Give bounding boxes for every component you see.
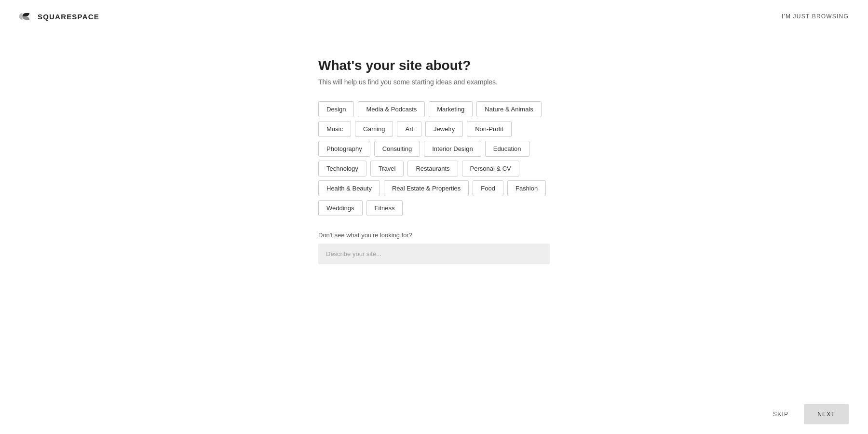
tag-fitness[interactable]: Fitness: [366, 200, 403, 216]
content-wrapper: What's your site about? This will help u…: [318, 58, 550, 264]
tag-education[interactable]: Education: [485, 141, 529, 157]
main-content: What's your site about? This will help u…: [0, 0, 868, 264]
tag-personal-cv[interactable]: Personal & CV: [462, 161, 519, 176]
logo-text: SQUARESPACE: [38, 13, 99, 21]
tag-real-estate[interactable]: Real Estate & Properties: [384, 180, 469, 196]
tag-marketing[interactable]: Marketing: [429, 101, 473, 117]
skip-button[interactable]: SKIP: [765, 405, 796, 423]
tag-technology[interactable]: Technology: [318, 161, 366, 176]
describe-label: Don't see what you're looking for?: [318, 231, 550, 239]
tag-consulting[interactable]: Consulting: [374, 141, 420, 157]
tag-fashion[interactable]: Fashion: [507, 180, 546, 196]
page-title: What's your site about?: [318, 58, 550, 73]
tag-non-profit[interactable]: Non-Profit: [467, 121, 512, 137]
logo[interactable]: SQUARESPACE: [19, 10, 99, 23]
tag-music[interactable]: Music: [318, 121, 351, 137]
header: SQUARESPACE I'M JUST BROWSING: [0, 0, 868, 33]
tag-gaming[interactable]: Gaming: [355, 121, 393, 137]
tag-photography[interactable]: Photography: [318, 141, 370, 157]
tag-interior-design[interactable]: Interior Design: [424, 141, 481, 157]
tag-art[interactable]: Art: [397, 121, 421, 137]
tag-design[interactable]: Design: [318, 101, 354, 117]
footer: SKIP NEXT: [0, 394, 868, 434]
tag-health-beauty[interactable]: Health & Beauty: [318, 180, 380, 196]
tag-restaurants[interactable]: Restaurants: [407, 161, 458, 176]
tag-weddings[interactable]: Weddings: [318, 200, 363, 216]
squarespace-logo-icon: [19, 10, 33, 23]
tags-container: DesignMedia & PodcastsMarketingNature & …: [318, 101, 550, 216]
describe-input[interactable]: [318, 244, 550, 264]
page-subtitle: This will help us find you some starting…: [318, 78, 550, 86]
tag-media-podcasts[interactable]: Media & Podcasts: [358, 101, 425, 117]
tag-food[interactable]: Food: [473, 180, 503, 196]
tag-jewelry[interactable]: Jewelry: [425, 121, 463, 137]
tag-travel[interactable]: Travel: [370, 161, 404, 176]
next-button[interactable]: NEXT: [804, 404, 849, 424]
browsing-link[interactable]: I'M JUST BROWSING: [782, 13, 849, 20]
tag-nature-animals[interactable]: Nature & Animals: [476, 101, 541, 117]
